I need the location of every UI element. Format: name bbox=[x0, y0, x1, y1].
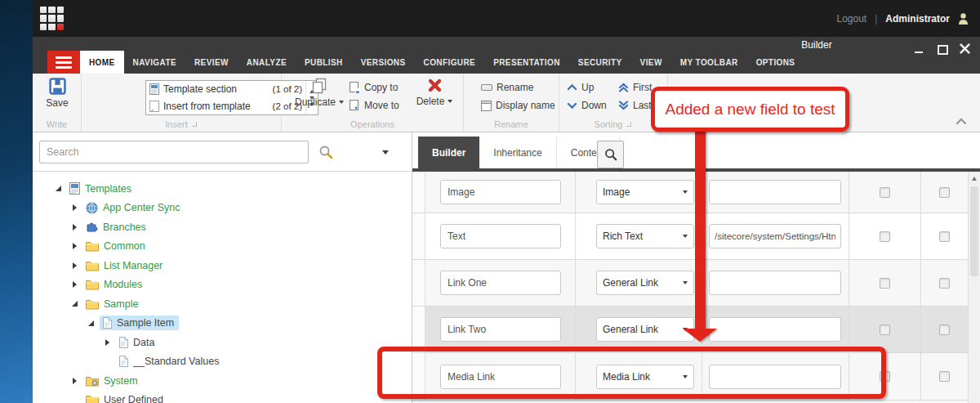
collapse-ribbon-icon[interactable] bbox=[956, 118, 967, 125]
field-source-input[interactable] bbox=[709, 271, 841, 295]
first-button[interactable]: First bbox=[618, 81, 652, 94]
shared-checkbox[interactable] bbox=[939, 371, 950, 382]
tree-item-branches[interactable]: Branches bbox=[33, 217, 412, 237]
shared-checkbox[interactable] bbox=[939, 278, 950, 289]
ribbon-tab-home[interactable]: HOME bbox=[80, 51, 124, 74]
field-type-select[interactable]: Media Link bbox=[596, 365, 694, 389]
unversioned-checkbox[interactable] bbox=[880, 187, 890, 198]
display-name-button[interactable]: Display name bbox=[481, 99, 555, 112]
field-name-input[interactable] bbox=[440, 317, 561, 342]
unversioned-checkbox[interactable] bbox=[880, 231, 890, 242]
move-to-button[interactable]: Move to bbox=[349, 99, 399, 112]
minimize-icon[interactable] bbox=[914, 43, 924, 53]
ribbon-tab-navigate[interactable]: NAVIGATE bbox=[124, 51, 185, 74]
ribbon-tab-review[interactable]: REVIEW bbox=[185, 51, 238, 74]
field-source-input[interactable] bbox=[709, 365, 841, 389]
current-user-label[interactable]: Administrator bbox=[885, 13, 950, 25]
scroll-up-icon[interactable] bbox=[972, 177, 977, 181]
tree-item-label: Sample bbox=[104, 298, 138, 310]
builder-search-button[interactable] bbox=[597, 141, 624, 168]
window-title: Builder bbox=[768, 39, 866, 51]
shared-checkbox[interactable] bbox=[939, 325, 950, 335]
expand-icon[interactable] bbox=[70, 224, 78, 231]
tree-item-list-manager[interactable]: List Manager bbox=[33, 256, 412, 275]
field-name-input[interactable] bbox=[440, 224, 561, 249]
tree-item-system[interactable]: System bbox=[33, 371, 412, 391]
rename-button[interactable]: Rename bbox=[481, 81, 533, 94]
unversioned-checkbox[interactable] bbox=[880, 371, 890, 382]
search-icon[interactable] bbox=[318, 145, 333, 159]
select-caret-icon bbox=[683, 281, 688, 284]
folder-icon bbox=[86, 298, 99, 310]
shared-checkbox[interactable] bbox=[939, 231, 950, 242]
collapse-icon[interactable] bbox=[54, 186, 62, 191]
ribbon-tab-publish[interactable]: PUBLISH bbox=[296, 51, 352, 74]
field-name-input[interactable] bbox=[440, 365, 561, 389]
expand-icon[interactable] bbox=[70, 262, 78, 269]
template-doc-icon bbox=[69, 182, 80, 195]
expand-icon[interactable] bbox=[103, 339, 111, 346]
topbar-separator: | bbox=[875, 13, 877, 25]
builder-tab-builder[interactable]: Builder bbox=[418, 137, 479, 168]
field-name-input[interactable] bbox=[440, 271, 561, 295]
ribbon-tab-my-toolbar[interactable]: MY TOOLBAR bbox=[671, 51, 747, 74]
tree-item-data[interactable]: Data bbox=[33, 333, 412, 352]
tree-item-common[interactable]: Common bbox=[33, 237, 412, 257]
ribbon-tab-configure[interactable]: CONFIGURE bbox=[415, 51, 485, 74]
field-type-value: General Link bbox=[603, 277, 683, 289]
field-name-input[interactable] bbox=[440, 180, 561, 204]
logout-link[interactable]: Logout bbox=[836, 13, 866, 25]
menu-hamburger-button[interactable] bbox=[47, 51, 80, 74]
field-source-input[interactable] bbox=[709, 180, 841, 204]
field-source-input[interactable] bbox=[709, 224, 841, 249]
expand-icon[interactable] bbox=[70, 378, 78, 384]
expand-icon[interactable] bbox=[70, 243, 78, 249]
ribbon-tab-security[interactable]: SECURITY bbox=[569, 51, 631, 74]
shared-checkbox[interactable] bbox=[939, 187, 950, 198]
search-input[interactable] bbox=[39, 141, 309, 163]
expand-icon[interactable] bbox=[70, 204, 78, 211]
tree-item-modules[interactable]: Modules bbox=[33, 275, 412, 295]
up-button[interactable]: Up bbox=[567, 81, 594, 94]
tree-item--standard-values[interactable]: __Standard Values bbox=[33, 352, 412, 372]
search-options-caret-icon[interactable] bbox=[382, 150, 389, 154]
display-name-icon bbox=[481, 101, 492, 111]
dialog-launcher-icon[interactable] bbox=[626, 121, 632, 128]
duplicate-button[interactable]: Duplicate bbox=[288, 78, 350, 108]
select-caret-icon bbox=[683, 375, 688, 378]
close-icon[interactable] bbox=[960, 43, 970, 54]
scroll-thumb[interactable] bbox=[970, 186, 978, 276]
tree-item-sample-item[interactable]: Sample Item bbox=[33, 314, 412, 334]
unversioned-checkbox[interactable] bbox=[880, 278, 890, 289]
ribbon-tab-versions[interactable]: VERSIONS bbox=[352, 51, 415, 74]
copy-to-button[interactable]: Copy to bbox=[349, 81, 398, 94]
field-type-select[interactable]: Rich Text bbox=[596, 224, 694, 249]
field-type-select[interactable]: Image bbox=[596, 180, 694, 204]
sitecore-window: Logout | Administrator Builder bbox=[33, 0, 980, 403]
save-button[interactable]: Save bbox=[40, 78, 74, 109]
ribbon-tab-options[interactable]: OPTIONS bbox=[747, 51, 804, 74]
delete-button[interactable]: Delete bbox=[411, 78, 458, 107]
down-button[interactable]: Down bbox=[567, 99, 607, 112]
field-source-input[interactable] bbox=[709, 317, 841, 342]
tree-item-sample[interactable]: Sample bbox=[33, 294, 412, 314]
builder-tab-inheritance[interactable]: Inheritance bbox=[479, 137, 556, 168]
tree-item-templates[interactable]: Templates bbox=[33, 179, 412, 199]
field-type-select[interactable]: General Link bbox=[596, 271, 694, 295]
dialog-launcher-icon[interactable] bbox=[191, 121, 198, 128]
collapse-icon[interactable] bbox=[87, 320, 95, 326]
vertical-scrollbar[interactable] bbox=[968, 172, 980, 403]
ribbon-tab-analyze[interactable]: ANALYZE bbox=[238, 51, 296, 74]
ribbon-tab-presentation[interactable]: PRESENTATION bbox=[484, 51, 569, 74]
maximize-icon[interactable] bbox=[937, 43, 947, 53]
field-type-select[interactable]: General Link bbox=[596, 317, 694, 342]
last-button[interactable]: Last bbox=[618, 99, 652, 112]
tree-item-app-center-sync[interactable]: App Center Sync bbox=[33, 199, 412, 218]
insert-from-template-icon bbox=[149, 101, 159, 112]
unversioned-checkbox[interactable] bbox=[880, 325, 890, 335]
expand-icon[interactable] bbox=[70, 281, 78, 288]
tree-item-user-defined[interactable]: User Defined bbox=[33, 391, 412, 403]
ribbon-tab-view[interactable]: VIEW bbox=[631, 51, 671, 74]
group-label-write: Write bbox=[47, 119, 67, 129]
collapse-icon[interactable] bbox=[70, 301, 78, 307]
